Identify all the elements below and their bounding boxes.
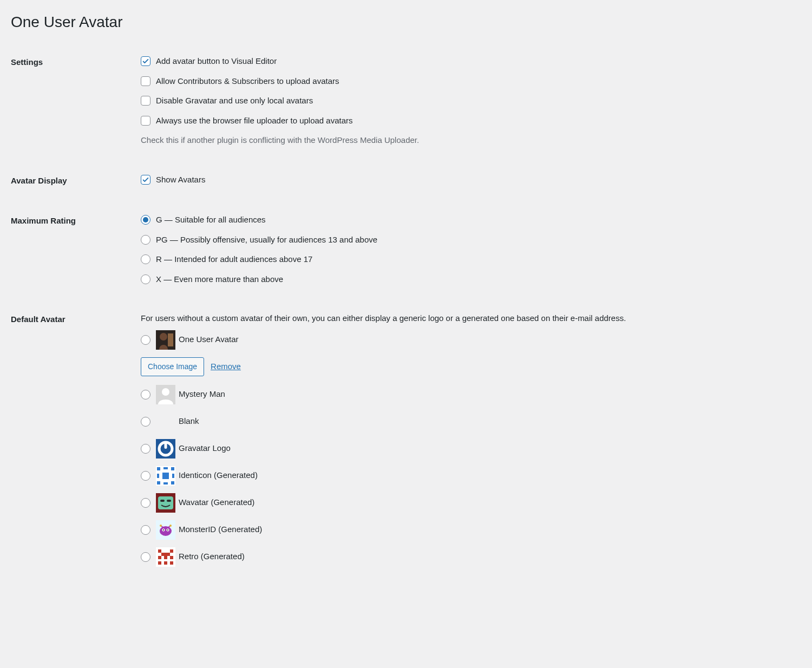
svg-rect-11 bbox=[163, 467, 168, 469]
radio-avatar-monster[interactable] bbox=[141, 525, 150, 535]
identicon-icon bbox=[156, 466, 175, 486]
avatar-option-label: Identicon (Generated) bbox=[179, 469, 258, 482]
checkbox-show-avatars[interactable] bbox=[141, 175, 150, 185]
avatar-option-label: Mystery Man bbox=[179, 388, 225, 401]
svg-rect-21 bbox=[167, 500, 171, 502]
svg-rect-20 bbox=[160, 500, 165, 502]
checkbox-allow-contributors[interactable] bbox=[141, 76, 150, 86]
rating-option-label: X — Even more mature than above bbox=[156, 273, 283, 286]
radio-avatar-wavatar[interactable] bbox=[141, 498, 150, 508]
svg-point-30 bbox=[160, 525, 162, 527]
radio-avatar-one-user[interactable] bbox=[141, 335, 150, 345]
radio-avatar-mystery[interactable] bbox=[141, 390, 150, 400]
avatar-option-label: Retro (Generated) bbox=[179, 551, 245, 563]
svg-rect-34 bbox=[170, 549, 173, 553]
avatar-display-heading: Avatar Display bbox=[11, 174, 141, 187]
svg-rect-37 bbox=[170, 556, 173, 559]
avatar-option-label: MonsterID (Generated) bbox=[179, 523, 262, 536]
page-title: One User Avatar bbox=[11, 11, 801, 34]
remove-link[interactable]: Remove bbox=[211, 361, 241, 373]
svg-rect-19 bbox=[158, 496, 173, 509]
svg-rect-12 bbox=[157, 474, 159, 478]
svg-rect-41 bbox=[170, 561, 173, 565]
default-avatar-heading: Default Avatar bbox=[11, 312, 141, 326]
svg-point-23 bbox=[160, 526, 172, 536]
svg-rect-2 bbox=[168, 333, 173, 346]
svg-rect-17 bbox=[163, 482, 168, 484]
avatar-thumb-identicon bbox=[156, 466, 175, 486]
svg-point-26 bbox=[163, 529, 164, 531]
svg-rect-10 bbox=[171, 467, 174, 470]
svg-point-27 bbox=[167, 529, 168, 531]
radio-rating-g[interactable] bbox=[141, 215, 150, 225]
check-icon bbox=[142, 57, 149, 65]
radio-avatar-identicon[interactable] bbox=[141, 471, 150, 481]
radio-rating-r[interactable] bbox=[141, 254, 150, 264]
settings-option-label: Add avatar button to Visual Editor bbox=[156, 55, 277, 68]
rating-option-label: PG — Possibly offensive, usually for aud… bbox=[156, 234, 377, 246]
choose-image-button[interactable]: Choose Image bbox=[141, 357, 204, 376]
radio-avatar-retro[interactable] bbox=[141, 552, 150, 562]
svg-rect-13 bbox=[172, 474, 174, 478]
settings-option-label: Always use the browser file uploader to … bbox=[156, 115, 353, 127]
checkbox-browser-uploader[interactable] bbox=[141, 116, 150, 126]
avatar-display-row: Avatar Display Show Avatars bbox=[11, 174, 801, 187]
avatar-option-label: Wavatar (Generated) bbox=[179, 496, 254, 509]
svg-rect-33 bbox=[158, 549, 161, 553]
default-avatar-row: Default Avatar For users without a custo… bbox=[11, 312, 801, 567]
settings-option-label: Disable Gravatar and use only local avat… bbox=[156, 95, 313, 107]
avatar-thumb-retro bbox=[156, 547, 175, 567]
svg-point-1 bbox=[160, 333, 167, 340]
svg-rect-38 bbox=[164, 556, 167, 559]
monster-icon bbox=[156, 520, 175, 540]
radio-avatar-gravatar[interactable] bbox=[141, 444, 150, 454]
settings-description: Check this if another plugin is conflict… bbox=[141, 134, 801, 147]
default-avatar-description: For users without a custom avatar of the… bbox=[141, 312, 626, 325]
radio-rating-x[interactable] bbox=[141, 274, 150, 284]
checkbox-add-avatar-button[interactable] bbox=[141, 56, 150, 66]
avatar-thumb-gravatar bbox=[156, 439, 175, 459]
rating-option-label: G — Suitable for all audiences bbox=[156, 214, 266, 226]
svg-rect-9 bbox=[157, 467, 160, 470]
settings-row: Settings Add avatar button to Visual Edi… bbox=[11, 55, 801, 147]
svg-rect-36 bbox=[158, 556, 161, 559]
checkbox-disable-gravatar[interactable] bbox=[141, 96, 150, 106]
avatar-thumb-blank bbox=[156, 412, 175, 431]
svg-rect-7 bbox=[165, 441, 167, 449]
avatar-thumb-wavatar bbox=[156, 493, 175, 513]
rating-option-label: R — Intended for adult audiences above 1… bbox=[156, 253, 312, 266]
check-icon bbox=[142, 176, 149, 184]
avatar-thumb-monster bbox=[156, 520, 175, 540]
max-rating-heading: Maximum Rating bbox=[11, 214, 141, 227]
svg-rect-16 bbox=[171, 481, 174, 484]
avatar-thumb-photo bbox=[156, 330, 175, 350]
avatar-display-option-label: Show Avatars bbox=[156, 174, 205, 186]
wavatar-icon bbox=[156, 493, 175, 513]
svg-rect-35 bbox=[161, 553, 170, 556]
gravatar-logo-icon bbox=[156, 439, 175, 459]
settings-heading: Settings bbox=[11, 55, 141, 69]
radio-rating-pg[interactable] bbox=[141, 235, 150, 245]
svg-rect-40 bbox=[164, 561, 167, 565]
avatar-thumb-mystery bbox=[156, 385, 175, 404]
retro-icon bbox=[156, 547, 175, 567]
settings-option-label: Allow Contributors & Subscribers to uplo… bbox=[156, 75, 339, 88]
mystery-man-icon bbox=[156, 385, 175, 404]
svg-point-31 bbox=[169, 525, 172, 527]
svg-rect-39 bbox=[158, 561, 161, 565]
avatar-option-label: Gravatar Logo bbox=[179, 442, 231, 455]
radio-avatar-blank[interactable] bbox=[141, 417, 150, 427]
svg-rect-15 bbox=[157, 481, 160, 484]
max-rating-row: Maximum Rating G — Suitable for all audi… bbox=[11, 214, 801, 285]
svg-point-4 bbox=[162, 388, 169, 396]
svg-rect-14 bbox=[162, 473, 169, 479]
avatar-option-label: Blank bbox=[179, 415, 199, 428]
photo-icon bbox=[156, 330, 175, 350]
avatar-option-label: One User Avatar bbox=[179, 333, 239, 346]
